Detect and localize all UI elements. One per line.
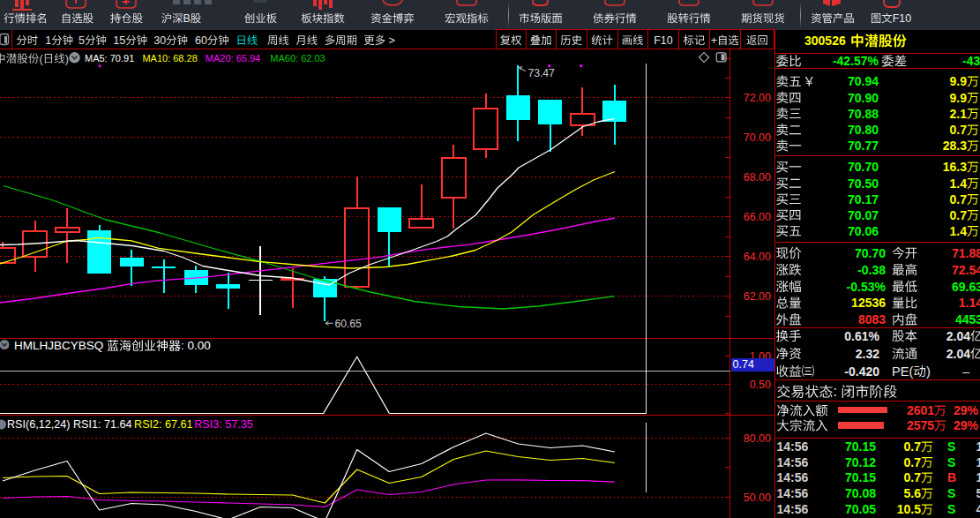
svg-text:MA5: 70.91: MA5: 70.91 bbox=[85, 53, 134, 64]
svg-text:14:56: 14:56 bbox=[776, 455, 808, 469]
svg-text:1: 1 bbox=[976, 470, 980, 484]
svg-text:70.17: 70.17 bbox=[848, 192, 879, 206]
svg-text:1: 1 bbox=[45, 34, 51, 47]
svg-text:5: 5 bbox=[976, 486, 980, 500]
svg-text:16.3: 16.3 bbox=[943, 160, 967, 174]
svg-text:70.15: 70.15 bbox=[845, 439, 876, 454]
svg-text:-0.38: -0.38 bbox=[857, 263, 886, 277]
svg-text:–: – bbox=[962, 364, 969, 379]
svg-text:71.88: 71.88 bbox=[952, 246, 980, 260]
svg-text:70.70: 70.70 bbox=[855, 246, 886, 260]
svg-text:0.50: 0.50 bbox=[750, 379, 771, 391]
svg-text:MA20: 65.94: MA20: 65.94 bbox=[206, 53, 260, 64]
svg-text:8083: 8083 bbox=[858, 312, 886, 327]
svg-text:0.7: 0.7 bbox=[950, 208, 968, 222]
svg-text:28.3: 28.3 bbox=[943, 139, 967, 153]
svg-text:B: B bbox=[183, 12, 191, 25]
svg-text:1.14: 1.14 bbox=[959, 296, 980, 310]
svg-text:14:56: 14:56 bbox=[776, 486, 808, 500]
svg-text:2601: 2601 bbox=[907, 403, 934, 417]
svg-text:1: 1 bbox=[976, 455, 980, 469]
svg-text:66.00: 66.00 bbox=[744, 211, 771, 223]
svg-text:1.4: 1.4 bbox=[950, 176, 968, 191]
svg-text:(: ( bbox=[39, 53, 43, 65]
svg-text:70.70: 70.70 bbox=[848, 160, 879, 174]
svg-text:S: S bbox=[947, 502, 955, 516]
svg-text:0.7: 0.7 bbox=[950, 123, 968, 137]
svg-text:70.05: 70.05 bbox=[845, 502, 876, 516]
svg-text:70.50: 70.50 bbox=[848, 176, 879, 191]
svg-text:62.00: 62.00 bbox=[744, 290, 771, 303]
svg-text:29%: 29% bbox=[954, 403, 979, 417]
svg-text:MA10: 68.28: MA10: 68.28 bbox=[142, 53, 197, 64]
svg-text:72.54: 72.54 bbox=[952, 263, 980, 277]
svg-text:70.12: 70.12 bbox=[845, 455, 876, 469]
svg-text:14:56: 14:56 bbox=[776, 439, 808, 454]
svg-text:-0.420: -0.420 bbox=[844, 364, 879, 379]
svg-text:29%: 29% bbox=[954, 418, 979, 432]
svg-text:2575: 2575 bbox=[907, 418, 934, 432]
svg-text:F10: F10 bbox=[893, 12, 911, 25]
svg-text:>: > bbox=[389, 34, 395, 47]
svg-text:S: S bbox=[947, 439, 955, 454]
svg-text:RSI2: 67.61: RSI2: 67.61 bbox=[134, 418, 193, 431]
svg-text:S: S bbox=[947, 486, 955, 500]
svg-text:68.00: 68.00 bbox=[744, 171, 771, 184]
svg-text:64.00: 64.00 bbox=[744, 251, 771, 263]
svg-text::: : bbox=[833, 384, 836, 399]
svg-text:0.74: 0.74 bbox=[733, 358, 754, 371]
svg-text:60.65: 60.65 bbox=[334, 318, 362, 330]
svg-text:60: 60 bbox=[195, 34, 207, 47]
svg-text:-0.53%: -0.53% bbox=[847, 280, 886, 294]
svg-text:14:56: 14:56 bbox=[776, 470, 808, 484]
svg-text:0.7: 0.7 bbox=[904, 470, 922, 484]
svg-text:): ) bbox=[926, 364, 931, 379]
svg-text:B: B bbox=[947, 470, 956, 484]
svg-text:70.90: 70.90 bbox=[848, 91, 879, 105]
svg-text:80.00: 80.00 bbox=[744, 432, 771, 445]
svg-text:-42.57%: -42.57% bbox=[833, 54, 879, 68]
svg-text:0.61%: 0.61% bbox=[844, 329, 879, 343]
svg-text:): ) bbox=[65, 53, 69, 65]
svg-text:70.80: 70.80 bbox=[848, 123, 879, 137]
svg-text:14:56: 14:56 bbox=[776, 502, 808, 516]
svg-text:10.5: 10.5 bbox=[897, 502, 921, 516]
svg-text:F10: F10 bbox=[654, 34, 672, 47]
svg-text:2.32: 2.32 bbox=[856, 347, 879, 361]
svg-text:1.4: 1.4 bbox=[950, 224, 968, 238]
svg-text:+: + bbox=[711, 34, 717, 47]
svg-text:69.63: 69.63 bbox=[952, 280, 980, 294]
svg-text:15: 15 bbox=[113, 34, 125, 47]
svg-text:4: 4 bbox=[976, 502, 980, 516]
svg-text:PE(: PE( bbox=[892, 364, 913, 379]
svg-text:9.9: 9.9 bbox=[950, 74, 968, 88]
svg-text:12536: 12536 bbox=[851, 296, 886, 310]
svg-text:2.1: 2.1 bbox=[950, 107, 968, 121]
svg-text:4453: 4453 bbox=[955, 312, 980, 327]
svg-text:70.06: 70.06 bbox=[848, 224, 879, 238]
svg-text:: 0.00: : 0.00 bbox=[181, 339, 211, 352]
svg-text:2.04: 2.04 bbox=[946, 347, 970, 361]
svg-text:0.7: 0.7 bbox=[904, 455, 922, 469]
svg-text:1: 1 bbox=[976, 439, 980, 454]
svg-text:5.6: 5.6 bbox=[904, 486, 922, 500]
svg-text:300526: 300526 bbox=[804, 34, 846, 48]
svg-text:-43.2: -43.2 bbox=[962, 54, 980, 68]
svg-text:50.00: 50.00 bbox=[744, 492, 771, 504]
svg-text:70.00: 70.00 bbox=[744, 131, 771, 144]
svg-text:5: 5 bbox=[79, 34, 85, 47]
svg-text:72.00: 72.00 bbox=[744, 92, 771, 104]
svg-text:70.07: 70.07 bbox=[848, 208, 879, 222]
svg-text:70.77: 70.77 bbox=[848, 139, 879, 153]
svg-text:MA60: 62.03: MA60: 62.03 bbox=[270, 53, 325, 64]
svg-text:73.47: 73.47 bbox=[527, 67, 555, 79]
svg-text:70.88: 70.88 bbox=[848, 107, 879, 121]
svg-text:0.7: 0.7 bbox=[904, 439, 922, 454]
svg-text:9.9: 9.9 bbox=[950, 91, 968, 105]
svg-text:0.7: 0.7 bbox=[950, 192, 968, 206]
svg-text:70.15: 70.15 bbox=[845, 470, 876, 484]
svg-text:RSI3: 57.35: RSI3: 57.35 bbox=[194, 418, 253, 431]
svg-text:HMLHJBCYBSQ: HMLHJBCYBSQ bbox=[14, 339, 103, 352]
svg-text:70.08: 70.08 bbox=[845, 486, 876, 500]
svg-text:70.94: 70.94 bbox=[848, 74, 879, 88]
